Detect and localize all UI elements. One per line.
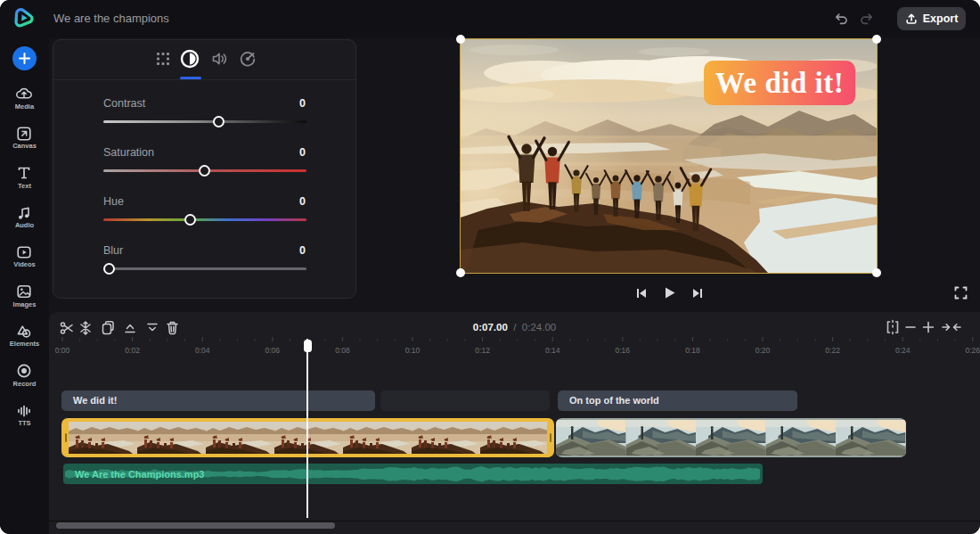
svg-text:0:08: 0:08: [335, 346, 350, 355]
svg-text:0:14: 0:14: [545, 346, 560, 355]
svg-text:0:20: 0:20: [755, 346, 771, 355]
svg-text:0:18: 0:18: [685, 346, 700, 355]
svg-text:0:12: 0:12: [475, 346, 490, 355]
svg-text:0:16: 0:16: [616, 346, 631, 355]
svg-text:0:10: 0:10: [405, 346, 421, 355]
svg-text:0:02: 0:02: [125, 346, 140, 355]
svg-text:0:06: 0:06: [265, 346, 281, 355]
svg-text:We Are the Champions.mp3: We Are the Champions.mp3: [75, 468, 204, 479]
svg-text:0:22: 0:22: [825, 346, 840, 355]
svg-text:0:00: 0:00: [55, 346, 70, 355]
svg-text:0:26: 0:26: [966, 346, 980, 355]
svg-text:0:24: 0:24: [895, 346, 911, 355]
svg-text:0:04: 0:04: [195, 346, 210, 355]
